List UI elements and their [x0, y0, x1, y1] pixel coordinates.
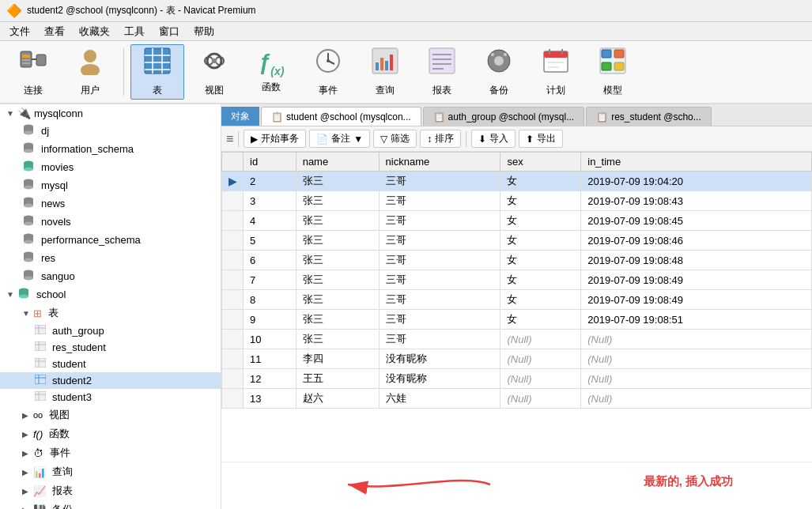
cell-name[interactable]: 张三	[296, 330, 379, 349]
cell-id[interactable]: 9	[244, 310, 296, 330]
sidebar-item-res[interactable]: res	[0, 249, 221, 267]
sidebar-item-information-schema[interactable]: information_schema	[0, 140, 221, 158]
cell-in-time[interactable]: (Null)	[581, 349, 812, 369]
cell-name[interactable]: 张三	[296, 211, 379, 231]
event-button[interactable]: 事件	[301, 44, 355, 100]
model-button[interactable]: 模型	[586, 44, 640, 100]
sidebar-item-tables-folder[interactable]: ▼ ⊞ 表	[0, 304, 221, 322]
sidebar-item-school[interactable]: ▼ school	[0, 285, 221, 304]
cell-name[interactable]: 张三	[296, 290, 379, 310]
cell-in-time[interactable]: (Null)	[581, 330, 812, 349]
cell-nickname[interactable]: 三哥	[379, 251, 500, 270]
cell-sex[interactable]: (Null)	[500, 389, 581, 409]
cell-id[interactable]: 2	[244, 172, 296, 191]
cell-id[interactable]: 10	[244, 330, 296, 349]
data-table-wrapper[interactable]: id name nickname sex in_time ▶2张三三哥女2019…	[221, 152, 812, 462]
cell-in-time[interactable]: 2019-07-09 19:08:51	[581, 310, 812, 330]
cell-in-time[interactable]: 2019-07-09 19:08:49	[581, 290, 812, 310]
table-row[interactable]: 8张三三哥女2019-07-09 19:08:49	[222, 290, 812, 310]
cell-name[interactable]: 张三	[296, 191, 379, 211]
table-row[interactable]: 5张三三哥女2019-07-09 19:08:46	[222, 231, 812, 251]
sidebar-item-res-student[interactable]: res_student	[0, 339, 221, 356]
import-button[interactable]: ⬇ 导入	[471, 130, 516, 148]
view-button[interactable]: 视图	[187, 44, 241, 100]
cell-in-time[interactable]: 2019-07-09 19:08:43	[581, 191, 812, 211]
cell-nickname[interactable]: 六娃	[379, 389, 500, 409]
sidebar-item-queries-folder[interactable]: ▶ 📊 查询	[0, 462, 221, 481]
cell-in-time[interactable]: 2019-07-09 19:04:20	[581, 172, 812, 191]
cell-nickname[interactable]: 没有昵称	[379, 349, 500, 369]
cell-sex[interactable]: 女	[500, 211, 581, 231]
col-sex[interactable]: sex	[500, 153, 581, 172]
cell-name[interactable]: 张三	[296, 172, 379, 191]
menu-help[interactable]: 帮助	[187, 23, 221, 40]
sidebar-item-performance-schema[interactable]: performance_schema	[0, 231, 221, 249]
sidebar-item-student[interactable]: student	[0, 356, 221, 372]
sidebar-item-events-folder[interactable]: ▶ ⏱ 事件	[0, 443, 221, 462]
sidebar-item-mysql[interactable]: mysql	[0, 176, 221, 194]
cell-sex[interactable]: 女	[500, 290, 581, 310]
sort-button[interactable]: ↕ 排序	[420, 130, 461, 148]
cell-in-time[interactable]: (Null)	[581, 369, 812, 389]
cell-sex[interactable]: (Null)	[500, 330, 581, 349]
cell-sex[interactable]: 女	[500, 172, 581, 191]
schedule-button[interactable]: 计划	[529, 44, 583, 100]
cell-id[interactable]: 3	[244, 191, 296, 211]
cell-in-time[interactable]: 2019-07-09 19:08:45	[581, 211, 812, 231]
cell-nickname[interactable]: 三哥	[379, 231, 500, 251]
sidebar-item-mysqlconn[interactable]: ▼ 🔌 mysqlconn	[0, 104, 221, 122]
sidebar-item-movies[interactable]: movies	[0, 158, 221, 176]
cell-in-time[interactable]: (Null)	[581, 389, 812, 409]
cell-id[interactable]: 7	[244, 270, 296, 290]
sidebar-item-reports-folder[interactable]: ▶ 📈 报表	[0, 481, 221, 500]
begin-transaction-button[interactable]: ▶ 开始事务	[244, 130, 306, 148]
table-row[interactable]: 4张三三哥女2019-07-09 19:08:45	[222, 211, 812, 231]
table-row[interactable]: 9张三三哥女2019-07-09 19:08:51	[222, 310, 812, 330]
cell-name[interactable]: 张三	[296, 251, 379, 270]
table-row[interactable]: 3张三三哥女2019-07-09 19:08:43	[222, 191, 812, 211]
cell-in-time[interactable]: 2019-07-09 19:08:48	[581, 251, 812, 270]
backup-action-button[interactable]: 📄 备注 ▼	[309, 130, 370, 148]
sidebar-item-backup-folder[interactable]: ▶ 💾 备份	[0, 500, 221, 509]
col-name[interactable]: name	[296, 153, 379, 172]
table-row[interactable]: 7张三三哥女2019-07-09 19:08:49	[222, 270, 812, 290]
table-row[interactable]: 13赵六六娃(Null)(Null)	[222, 389, 812, 409]
cell-id[interactable]: 12	[244, 369, 296, 389]
cell-nickname[interactable]: 三哥	[379, 270, 500, 290]
cell-name[interactable]: 王五	[296, 369, 379, 389]
export-button[interactable]: ⬆ 导出	[519, 130, 563, 148]
user-button[interactable]: 用户	[63, 44, 117, 100]
sidebar-item-novels[interactable]: novels	[0, 213, 221, 231]
hamburger-icon[interactable]: ≡	[226, 132, 233, 146]
menu-favorites[interactable]: 收藏夹	[73, 23, 116, 40]
sidebar-item-student2[interactable]: student2	[0, 372, 221, 389]
query-button[interactable]: 查询	[358, 44, 412, 100]
menu-tools[interactable]: 工具	[118, 23, 151, 40]
sidebar-item-functions-folder[interactable]: ▶ f() 函数	[0, 424, 221, 443]
sidebar-item-views-folder[interactable]: ▶ oo 视图	[0, 405, 221, 424]
cell-name[interactable]: 李四	[296, 349, 379, 369]
cell-id[interactable]: 5	[244, 231, 296, 251]
cell-sex[interactable]: (Null)	[500, 369, 581, 389]
cell-id[interactable]: 4	[244, 211, 296, 231]
table-row[interactable]: ▶2张三三哥女2019-07-09 19:04:20	[222, 172, 812, 191]
function-button[interactable]: ƒ(x) 函数	[244, 44, 298, 100]
cell-sex[interactable]: 女	[500, 251, 581, 270]
sidebar-item-student3[interactable]: student3	[0, 389, 221, 405]
sidebar-item-dj[interactable]: dj	[0, 122, 221, 140]
cell-nickname[interactable]: 没有昵称	[379, 369, 500, 389]
cell-in-time[interactable]: 2019-07-09 19:08:49	[581, 270, 812, 290]
tab-auth-group[interactable]: 📋 auth_group @school (mysql...	[423, 107, 585, 126]
tab-res-student[interactable]: 📋 res_student @scho...	[586, 107, 712, 126]
cell-sex[interactable]: 女	[500, 270, 581, 290]
connect-button[interactable]: 连接	[6, 44, 60, 100]
cell-nickname[interactable]: 三哥	[379, 310, 500, 330]
cell-in-time[interactable]: 2019-07-09 19:08:46	[581, 231, 812, 251]
col-id[interactable]: id	[244, 153, 296, 172]
cell-sex[interactable]: 女	[500, 310, 581, 330]
cell-name[interactable]: 张三	[296, 270, 379, 290]
sidebar-item-news[interactable]: news	[0, 194, 221, 213]
cell-name[interactable]: 张三	[296, 231, 379, 251]
cell-id[interactable]: 8	[244, 290, 296, 310]
menu-window[interactable]: 窗口	[153, 23, 186, 40]
